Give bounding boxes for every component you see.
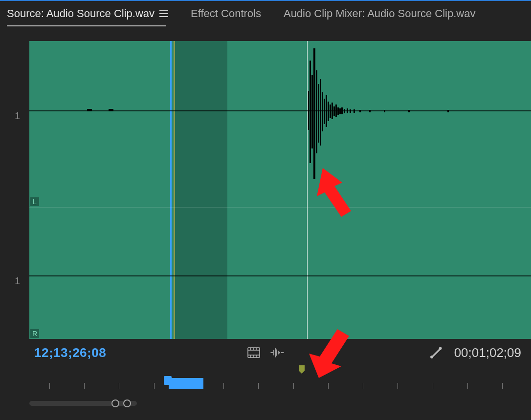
- svg-rect-6: [320, 79, 321, 146]
- svg-rect-15: [337, 107, 339, 115]
- zoom-scrollbar-track[interactable]: [29, 401, 137, 406]
- clip-marker-icon[interactable]: [298, 365, 304, 373]
- timeline-ticks: [29, 383, 527, 390]
- zoom-scrollbar-thumb-right[interactable]: [123, 399, 131, 407]
- svg-rect-26: [447, 110, 449, 112]
- drag-video-only-icon[interactable]: [247, 346, 261, 359]
- amplitude-scale-top: 1: [15, 110, 20, 122]
- annotation-arrow-transient: [313, 163, 372, 222]
- waveform-blip: [109, 109, 113, 111]
- channel-label-left: L: [30, 197, 39, 206]
- svg-rect-4: [316, 70, 317, 153]
- waveform-channel-left: L: [29, 41, 531, 207]
- svg-rect-19: [347, 108, 348, 113]
- zoom-scrollbar[interactable]: [29, 399, 527, 408]
- svg-rect-9: [326, 95, 327, 127]
- tab-source[interactable]: Source: Audio Source Clip.wav: [7, 7, 168, 20]
- svg-rect-11: [330, 105, 331, 118]
- svg-rect-1: [310, 61, 311, 163]
- svg-marker-27: [317, 168, 351, 217]
- svg-rect-2: [311, 75, 313, 148]
- drag-audio-only-icon[interactable]: [270, 346, 284, 359]
- svg-rect-8: [324, 99, 325, 124]
- waveform-channel-right: R: [29, 207, 531, 339]
- svg-rect-3: [313, 48, 315, 179]
- zero-crossing-line: [29, 275, 531, 276]
- svg-rect-25: [408, 110, 410, 112]
- tab-mixer-label: Audio Clip Mixer: Audio Source Clip.wav: [284, 7, 476, 20]
- waveform-blip: [87, 109, 92, 111]
- current-timecode[interactable]: 12;13;26;08: [34, 345, 106, 360]
- svg-rect-0: [308, 91, 309, 130]
- channel-label-right: R: [30, 329, 39, 338]
- amplitude-scale-bottom: 1: [15, 275, 20, 287]
- svg-rect-13: [333, 106, 335, 116]
- navigator-visible-region[interactable]: [169, 378, 203, 389]
- svg-rect-17: [341, 107, 343, 114]
- svg-rect-14: [335, 105, 337, 117]
- tab-effect-controls[interactable]: Effect Controls: [191, 7, 261, 20]
- svg-rect-10: [328, 102, 329, 121]
- panel-tabbar: Source: Audio Source Clip.wav Effect Con…: [0, 1, 531, 26]
- source-monitor-body: 1 1: [0, 26, 531, 368]
- svg-rect-22: [359, 110, 361, 112]
- waveform-display[interactable]: L R: [29, 41, 531, 339]
- svg-rect-24: [384, 110, 385, 112]
- navigator-timeline[interactable]: [29, 381, 527, 400]
- svg-rect-20: [350, 109, 351, 113]
- amplitude-gutter: 1 1: [0, 41, 29, 339]
- source-monitor-panel: Source: Audio Source Clip.wav Effect Con…: [0, 0, 531, 420]
- svg-rect-16: [339, 108, 341, 114]
- marker-track[interactable]: [29, 365, 527, 375]
- tab-source-label: Source: Audio Source Clip.wav: [7, 7, 155, 20]
- settings-wrench-icon[interactable]: [429, 346, 443, 359]
- svg-rect-7: [322, 92, 323, 131]
- svg-rect-23: [369, 110, 371, 112]
- svg-rect-29: [248, 348, 260, 357]
- panel-menu-icon[interactable]: [159, 10, 168, 17]
- duration-timecode: 00;01;02;09: [454, 345, 521, 360]
- transport-infobar: 12;13;26;08 00;01;02;09: [0, 342, 531, 363]
- svg-rect-18: [344, 109, 345, 113]
- zoom-scrollbar-thumb-left[interactable]: [111, 399, 119, 407]
- svg-rect-12: [332, 103, 333, 119]
- tab-effects-label: Effect Controls: [191, 7, 261, 20]
- svg-rect-21: [354, 109, 355, 113]
- tab-audio-clip-mixer[interactable]: Audio Clip Mixer: Audio Source Clip.wav: [284, 7, 476, 20]
- svg-rect-5: [318, 84, 319, 143]
